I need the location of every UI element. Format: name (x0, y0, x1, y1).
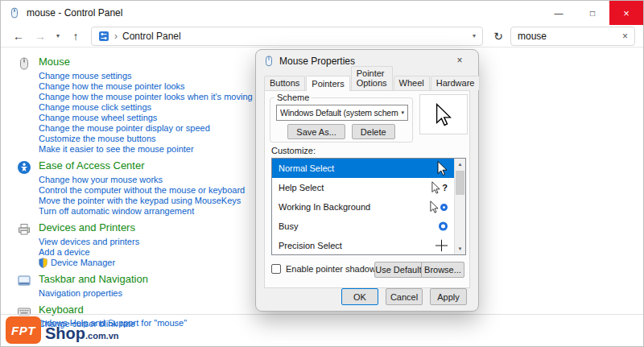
task-link[interactable]: Make it easier to see the mouse pointer (39, 144, 283, 155)
mouse-icon (17, 56, 31, 71)
scroll-up-icon[interactable]: ▲ (455, 159, 465, 170)
chevron-down-icon: ▾ (401, 109, 404, 116)
mouse-properties-dialog: Mouse Properties × Buttons Pointers Poin… (255, 49, 479, 312)
dialog-close-icon[interactable]: × (449, 52, 470, 68)
forward-icon[interactable]: → (31, 27, 50, 46)
working-cursor-icon (430, 200, 448, 213)
section-ease-of-access: Ease of Access Center Change how your mo… (17, 159, 283, 217)
section-title: Taskbar and Navigation (39, 273, 283, 286)
fpt-logo: FPT (6, 316, 41, 344)
task-link[interactable]: Control the computer without the mouse o… (39, 185, 283, 196)
tab-hardware[interactable]: Hardware (431, 76, 481, 90)
mouse-dialog-icon (264, 56, 274, 67)
titlebar: mouse - Control Panel — □ × (1, 1, 643, 25)
pointer-list-item-normal-select[interactable]: Normal Select (272, 159, 465, 178)
device-manager-row: Device Manager (39, 258, 283, 268)
task-link[interactable]: Move the pointer with the keypad using M… (39, 196, 283, 206)
pointer-list-item-help-select[interactable]: Help Select ? (272, 178, 465, 197)
pointer-options-row: Enable pointer shadow Use Default Browse… (271, 262, 464, 278)
task-link[interactable]: View devices and printers (39, 237, 283, 247)
tab-buttons[interactable]: Buttons (264, 76, 305, 90)
minimize-button[interactable]: — (542, 1, 576, 25)
close-button[interactable]: × (609, 1, 643, 25)
help-cursor-icon: ? (431, 181, 448, 194)
tab-pointer-options[interactable]: Pointer Options (351, 66, 393, 90)
precision-cursor-icon (436, 240, 448, 252)
maximize-button[interactable]: □ (576, 1, 609, 25)
task-link[interactable]: Change mouse click settings (39, 102, 283, 113)
pointer-list: Normal Select Help Select ? Working In B… (271, 158, 466, 255)
checkbox-icon[interactable] (271, 264, 281, 274)
pointer-list-item-busy[interactable]: Busy (272, 217, 465, 236)
back-icon[interactable]: ← (9, 27, 28, 46)
task-link[interactable]: Change mouse settings (39, 71, 283, 81)
save-as-button[interactable]: Save As... (287, 124, 345, 139)
section-title: Mouse (39, 56, 283, 68)
section-devices-printers: Devices and Printers View devices and pr… (17, 221, 283, 268)
taskbar-icon (17, 274, 31, 288)
control-panel-icon (98, 31, 109, 42)
scheme-selected-value: Windows Default (system scheme) (280, 108, 398, 118)
pointer-list-item-precision-select[interactable]: Precision Select (272, 236, 465, 255)
arrow-cursor-icon (436, 103, 452, 126)
pointer-name: Normal Select (279, 163, 334, 173)
scheme-group: Scheme Windows Default (system scheme) ▾… (270, 93, 413, 143)
pointer-shadow-checkbox[interactable]: Enable pointer shadow (271, 264, 376, 274)
pointer-preview (419, 94, 468, 134)
task-link[interactable]: Change the mouse pointer display or spee… (39, 123, 283, 134)
delete-button[interactable]: Delete (352, 124, 395, 139)
busy-cursor-icon (439, 222, 448, 231)
uac-shield-icon (39, 258, 47, 268)
search-clear-icon[interactable]: × (622, 31, 628, 42)
task-link[interactable]: Navigation properties (39, 288, 283, 299)
search-results: Mouse Change mouse settings Change how t… (17, 56, 283, 334)
task-link[interactable]: Change how your mouse works (39, 175, 283, 185)
task-link[interactable]: Change how the mouse pointer looks when … (39, 92, 283, 102)
scroll-down-icon[interactable]: ▼ (455, 243, 465, 254)
list-scrollbar[interactable]: ▲ ▼ (454, 159, 465, 254)
task-link[interactable]: Change how the mouse pointer looks (39, 81, 283, 92)
section-mouse: Mouse Change mouse settings Change how t… (17, 56, 283, 155)
customize-label: Customize: (271, 146, 316, 155)
cancel-button[interactable]: Cancel (386, 288, 423, 305)
up-icon[interactable]: ↑ (66, 27, 85, 46)
address-bar[interactable]: › Control Panel ▾ (91, 27, 483, 46)
ok-button[interactable]: OK (341, 288, 378, 305)
breadcrumb[interactable]: Control Panel (122, 31, 468, 42)
dialog-tabs: Buttons Pointers Pointer Options Wheel H… (264, 75, 470, 90)
task-link[interactable]: Device Manager (51, 258, 115, 268)
breadcrumb-separator: › (114, 31, 118, 42)
search-input[interactable] (518, 31, 617, 42)
scrollbar-thumb[interactable] (456, 171, 464, 195)
task-link[interactable]: Customize the mouse buttons (39, 134, 283, 144)
address-chevron-icon[interactable]: ▾ (473, 32, 476, 39)
pointer-name: Help Select (279, 183, 324, 192)
navigation-toolbar: ← → ▾ ↑ › Control Panel ▾ ↻ × (1, 25, 643, 48)
task-link[interactable]: Change mouse wheel settings (39, 113, 283, 123)
dialog-title: Mouse Properties (279, 56, 355, 67)
apply-button[interactable]: Apply (430, 288, 467, 305)
pointer-list-item-working-in-background[interactable]: Working In Background (272, 197, 465, 217)
task-link[interactable]: Add a device (39, 247, 283, 258)
tab-wheel[interactable]: Wheel (394, 76, 430, 90)
window-title: mouse - Control Panel (27, 7, 122, 19)
window-controls: — □ × (542, 1, 643, 25)
mouse-app-icon (9, 7, 20, 19)
scheme-select[interactable]: Windows Default (system scheme) ▾ (276, 105, 408, 121)
pointer-name: Working In Background (279, 202, 370, 212)
history-chevron-icon[interactable]: ▾ (52, 27, 64, 46)
pointer-name: Precision Select (279, 241, 342, 250)
printer-icon (17, 222, 31, 237)
browse-button[interactable]: Browse... (421, 262, 464, 278)
search-box[interactable]: × (510, 27, 635, 46)
section-taskbar-navigation: Taskbar and Navigation Navigation proper… (17, 273, 283, 299)
refresh-icon[interactable]: ↻ (489, 27, 508, 46)
section-title: Ease of Access Center (39, 159, 283, 172)
task-link[interactable]: Turn off automatic window arrangement (39, 206, 283, 217)
arrow-cursor-icon (437, 161, 448, 176)
scheme-group-label: Scheme (275, 93, 312, 102)
use-default-button[interactable]: Use Default (374, 262, 423, 278)
tab-pointers[interactable]: Pointers (306, 76, 349, 91)
pointers-tab-page: Scheme Windows Default (system scheme) ▾… (264, 90, 470, 288)
scheme-buttons: Save As... Delete (270, 124, 412, 139)
